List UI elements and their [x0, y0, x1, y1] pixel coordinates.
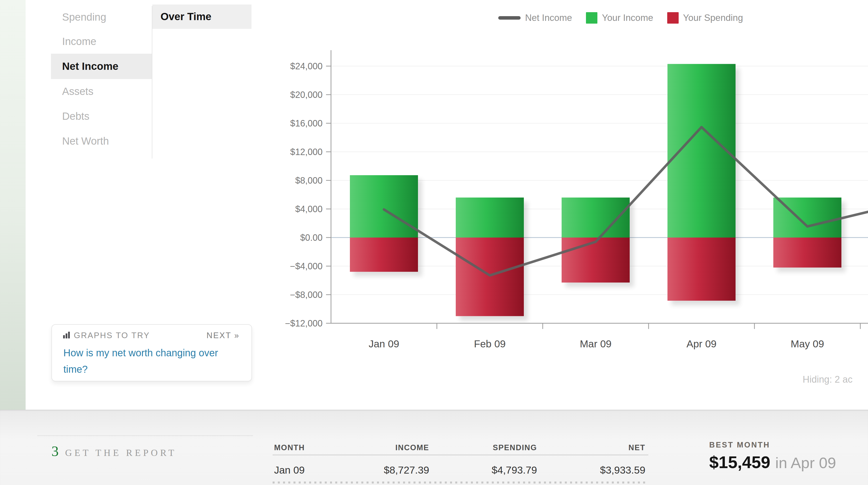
x-axis-label: Feb 09 [474, 338, 506, 350]
y-axis-label: $12,000 [290, 147, 322, 157]
hiding-accounts-note: Hiding: 2 ac [803, 374, 852, 385]
table-cell: $4,793.79 [429, 462, 537, 478]
table-header-month: MONTH [274, 442, 334, 454]
x-axis-label: Apr 09 [687, 338, 717, 350]
table-cell: $8,727.39 [334, 462, 429, 478]
bar-chart-icon [63, 331, 70, 340]
graphs-to-try-card: GRAPHS TO TRY NEXT » How is my net worth… [52, 324, 252, 381]
y-axis-label: −$8,000 [290, 290, 322, 300]
best-month-value: $15,459 [709, 452, 770, 472]
spending-bar-feb-09[interactable] [456, 237, 524, 316]
net-worth-graph-link[interactable]: How is my net worth changing over time? [63, 345, 237, 378]
graphs-to-try-title: GRAPHS TO TRY [74, 331, 150, 340]
y-axis-label: $20,000 [290, 90, 322, 100]
y-axis-label: $24,000 [290, 61, 322, 71]
y-axis-label: $8,000 [295, 175, 322, 186]
step-number: 3 [52, 443, 59, 459]
y-axis-label: $16,000 [290, 118, 322, 128]
best-month-suffix: in Apr 09 [775, 454, 836, 472]
income-bar-feb-09[interactable] [456, 197, 524, 237]
y-axis-label: −$12,000 [285, 318, 322, 328]
spending-bar-mar-09[interactable] [562, 237, 630, 283]
y-axis-label: −$4,000 [290, 261, 322, 271]
x-axis-label: May 09 [791, 338, 824, 350]
app-window: SpendingIncomeNet IncomeAssetsDebtsNet W… [0, 0, 868, 485]
get-the-report-heading: 3 GET THE REPORT [52, 443, 177, 459]
spending-bar-jan-09[interactable] [350, 237, 418, 272]
table-header-spending: SPENDING [429, 442, 537, 454]
report-table-header-row: MONTHINCOMESPENDINGNET [274, 442, 645, 454]
best-month-label: BEST MONTH [709, 441, 836, 450]
y-axis-label: $4,000 [295, 204, 322, 214]
table-cell: Jan 09 [274, 462, 334, 478]
table-header-income: INCOME [334, 442, 429, 454]
y-axis-label: $0.00 [300, 232, 322, 243]
x-axis-label: Mar 09 [580, 338, 612, 350]
next-graph-button[interactable]: NEXT » [207, 331, 240, 340]
best-month-callout: BEST MONTH $15,459 in Apr 09 [709, 441, 836, 472]
footer-rule [37, 435, 253, 436]
income-bar-jan-09[interactable] [350, 175, 418, 237]
report-title: GET THE REPORT [65, 447, 177, 458]
table-row: Jan 09$8,727.39$4,793.79$3,933.59 [274, 462, 645, 478]
x-axis-label: Jan 09 [369, 338, 399, 350]
table-header-rule [273, 454, 648, 455]
table-cell: $3,933.59 [537, 462, 645, 478]
table-row-separator [273, 482, 648, 484]
spending-bar-may-09[interactable] [773, 237, 841, 268]
spending-bar-apr-09[interactable] [668, 237, 736, 301]
table-header-net: NET [537, 442, 645, 454]
